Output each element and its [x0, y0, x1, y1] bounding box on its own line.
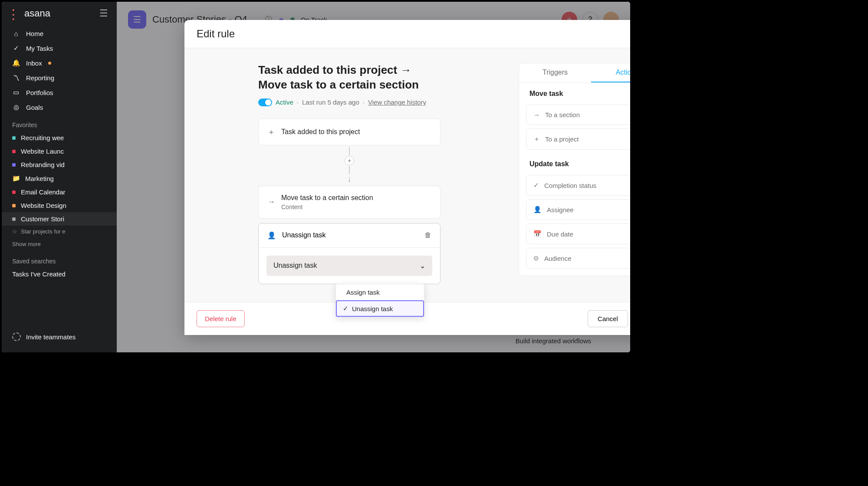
action-audience[interactable]: ⊝Audience: [526, 248, 630, 269]
nav-my-tasks[interactable]: ✓My Tasks: [2, 41, 117, 56]
rule-status-row: Active · Last run 5 days ago · View chan…: [258, 99, 500, 106]
nav-portfolios[interactable]: ▭Portfolios: [2, 85, 117, 100]
assignee-select[interactable]: Unassign task ⌄: [266, 256, 432, 276]
plus-icon: ＋: [267, 127, 275, 137]
chart-line-icon: 〽: [12, 74, 20, 82]
project-color-icon: [12, 190, 16, 194]
cancel-button[interactable]: Cancel: [588, 310, 628, 327]
fav-website-design[interactable]: Website Design: [2, 199, 117, 212]
folder-icon: 📁: [12, 174, 20, 182]
action-to-section[interactable]: →To a section: [526, 105, 630, 125]
chevron-down-circle-icon: ⊝: [533, 254, 539, 262]
action-to-project[interactable]: ＋To a project: [526, 128, 630, 150]
favorites-label: Favorites: [2, 115, 117, 131]
nav-reporting[interactable]: 〽Reporting: [2, 70, 117, 85]
project-color-icon: [12, 136, 16, 140]
active-label: Active: [276, 99, 293, 106]
actions-panel: Triggers Actions Move task →To a section…: [519, 63, 630, 276]
fav-customer-stories[interactable]: Customer Stori: [2, 212, 117, 226]
project-color-icon: [12, 217, 16, 221]
flow-connector: + ↓: [258, 145, 441, 186]
last-run-text: Last run 5 days ago: [302, 99, 359, 106]
fav-website-launch[interactable]: Website Launc: [2, 144, 117, 158]
project-color-icon: [12, 204, 16, 207]
asana-logo-icon: [12, 9, 22, 18]
fav-rebranding[interactable]: Rebranding vid: [2, 158, 117, 171]
view-history-link[interactable]: View change history: [368, 99, 426, 106]
action-completion-status[interactable]: ✓Completion status: [526, 175, 630, 196]
nav-inbox[interactable]: 🔔Inbox: [2, 56, 117, 70]
calendar-icon: 📅: [533, 230, 542, 238]
tab-actions[interactable]: Actions: [591, 63, 630, 82]
project-color-icon: [12, 150, 16, 153]
action-card-move[interactable]: → Move task to a certain section Content: [258, 186, 441, 219]
chevron-down-icon: ⌄: [420, 262, 425, 270]
saved-searches-label: Saved searches: [2, 251, 117, 267]
section-update-task: Update task: [519, 153, 630, 171]
action-card-unassign: 👤 Unassign task 🗑 Unassign task ⌄: [258, 223, 441, 284]
person-icon: 👤: [267, 231, 276, 240]
check-icon: ✓: [343, 305, 349, 312]
trigger-card[interactable]: ＋ Task added to this project: [258, 118, 441, 145]
invite-teammates[interactable]: Invite teammates: [2, 327, 117, 346]
plus-icon: ＋: [533, 135, 540, 143]
rule-heading: Task added to this project → Move task t…: [258, 63, 441, 92]
delete-rule-button[interactable]: Delete rule: [197, 310, 245, 327]
bell-icon: 🔔: [12, 59, 20, 67]
tab-triggers[interactable]: Triggers: [519, 63, 591, 82]
modal-body: Task added to this project → Move task t…: [184, 48, 630, 302]
project-color-icon: [12, 163, 16, 167]
edit-rule-modal: Edit rule ✕ Task added to this project →…: [184, 20, 630, 335]
star-icon: ☆: [12, 228, 17, 235]
active-toggle[interactable]: [258, 99, 272, 106]
modal-header: Edit rule ✕: [184, 20, 630, 48]
invite-icon: [12, 332, 21, 341]
briefcase-icon: ▭: [12, 89, 20, 96]
nav-goals[interactable]: ◎Goals: [2, 100, 117, 115]
person-icon: 👤: [533, 206, 542, 213]
select-value: Unassign task: [273, 262, 317, 269]
arrow-right-icon: →: [533, 111, 540, 118]
action-assignee[interactable]: 👤Assignee: [526, 199, 630, 220]
nav-home[interactable]: ⌂Home: [2, 26, 117, 41]
check-circle-icon: ✓: [533, 181, 539, 189]
unread-dot-icon: [48, 62, 51, 65]
check-circle-icon: ✓: [12, 44, 20, 52]
action-subtitle: Content: [281, 204, 373, 210]
action-due-date[interactable]: 📅Due date: [526, 223, 630, 244]
fav-marketing[interactable]: 📁Marketing: [2, 171, 117, 185]
assignee-dropdown: Assign task ✓ Unassign task: [335, 284, 424, 317]
section-move-task: Move task: [519, 83, 630, 101]
sidebar: asana ☰ ⌂Home ✓My Tasks 🔔Inbox 〽Reportin…: [2, 2, 117, 352]
rule-flow-column: Task added to this project → Move task t…: [184, 63, 519, 302]
logo-text: asana: [24, 8, 50, 19]
show-more-button[interactable]: Show more: [2, 237, 117, 251]
star-hint: ☆Star projects for e: [2, 226, 117, 237]
home-icon: ⌂: [12, 30, 20, 37]
dropdown-option-unassign[interactable]: ✓ Unassign task: [336, 300, 424, 317]
delete-action-button[interactable]: 🗑: [424, 231, 431, 239]
arrow-right-icon: →: [267, 197, 275, 207]
dropdown-option-assign[interactable]: Assign task: [336, 284, 424, 300]
fav-email-calendar[interactable]: Email Calendar: [2, 185, 117, 199]
unassign-header: 👤 Unassign task 🗑: [259, 223, 440, 248]
logo: asana ☰: [2, 8, 117, 26]
panel-tabs: Triggers Actions: [519, 63, 630, 83]
modal-title: Edit rule: [197, 28, 235, 40]
trigger-label: Task added to this project: [281, 128, 360, 136]
collapse-sidebar-icon[interactable]: ☰: [99, 8, 108, 19]
fav-recruiting[interactable]: Recruiting wee: [2, 131, 117, 144]
add-step-button[interactable]: +: [345, 156, 354, 165]
target-icon: ◎: [12, 103, 20, 111]
main-content: ☰ Customer Stories - Q4 ⌄ ⓘ ★ On Track +…: [117, 2, 630, 352]
action-title: Move task to a certain section: [281, 194, 373, 202]
unassign-title: Unassign task: [282, 231, 326, 239]
saved-search-tasks-created[interactable]: Tasks I've Created: [2, 267, 117, 281]
arrow-down-icon: ↓: [348, 175, 352, 184]
